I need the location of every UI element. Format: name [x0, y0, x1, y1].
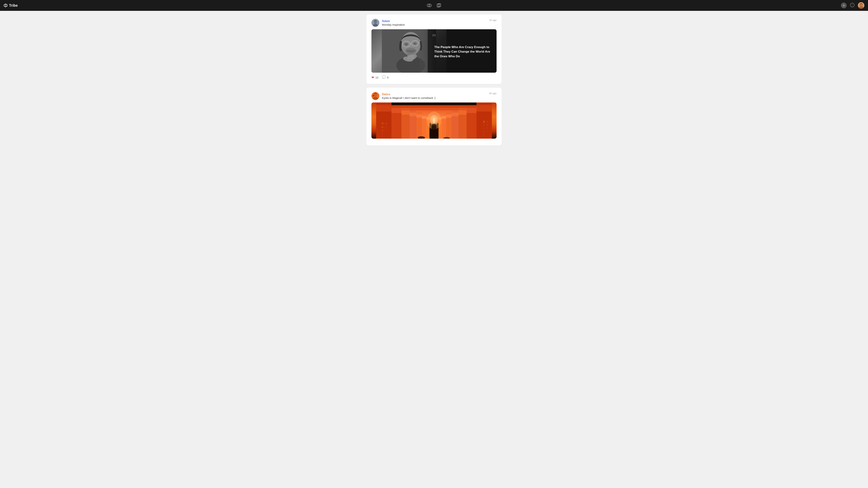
quote-image-container: " The People Who Are Crazy Enough to Thi…: [371, 29, 497, 73]
user-avatar[interactable]: [858, 2, 864, 9]
post-time: 2h ago: [489, 19, 497, 22]
svg-text:日: 日: [487, 130, 488, 132]
svg-text:?: ?: [851, 4, 852, 6]
heart-icon: ❤: [371, 75, 374, 79]
post-image: " The People Who Are Crazy Enough to Thi…: [371, 29, 497, 73]
author-avatar[interactable]: [371, 19, 379, 27]
quote-text: The People Who Are Crazy Enough to Think…: [434, 45, 492, 59]
help-button[interactable]: ?: [850, 3, 855, 8]
svg-point-85: [433, 118, 435, 123]
author-name[interactable]: Adam: [382, 20, 405, 23]
svg-point-27: [405, 43, 408, 46]
navbar-center-icons: [427, 3, 441, 7]
svg-text:七: 七: [483, 131, 485, 133]
post-card: Debra Kyoto is Magical! I don't want to …: [366, 88, 502, 145]
author-info: Adam Monday Inspiration: [382, 20, 405, 26]
svg-text:都: 都: [381, 126, 383, 128]
like-button[interactable]: ❤ 12: [371, 75, 378, 79]
svg-point-16: [374, 21, 377, 24]
author-avatar[interactable]: [371, 92, 379, 100]
navbar-right: ?: [841, 2, 864, 9]
svg-text:十: 十: [483, 128, 485, 130]
svg-text:二: 二: [483, 124, 485, 126]
svg-text:青: 青: [385, 126, 387, 128]
navbar: Tribe ?: [0, 0, 868, 11]
post-title: Kyoto is Magical! I don't want to comeba…: [382, 96, 435, 99]
kyoto-image: 市 都 港 区 南 青 山 成 二 十 七 年 六 月 吉 日: [371, 102, 497, 139]
svg-point-33: [382, 75, 385, 78]
post-card: Adam Monday Inspiration 2h ago: [366, 14, 502, 84]
author-info: Debra Kyoto is Magical! I don't want to …: [382, 93, 435, 99]
post-header: Adam Monday Inspiration 2h ago: [371, 19, 497, 27]
svg-text:年: 年: [483, 134, 485, 136]
brand-name: Tribe: [9, 3, 18, 8]
svg-text:山: 山: [385, 129, 386, 131]
author-row: Adam Monday Inspiration: [371, 19, 405, 27]
author-name[interactable]: Debra: [382, 93, 435, 96]
svg-point-35: [374, 94, 377, 97]
svg-text:成: 成: [483, 120, 485, 123]
svg-point-9: [843, 5, 844, 6]
post-title: Monday Inspiration: [382, 23, 405, 26]
quote-text-area: " The People Who Are Crazy Enough to Thi…: [428, 29, 497, 73]
post-header: Debra Kyoto is Magical! I don't want to …: [371, 92, 497, 100]
author-row: Debra Kyoto is Magical! I don't want to …: [371, 92, 435, 100]
svg-text:港: 港: [381, 129, 383, 131]
comment-button[interactable]: 3: [382, 75, 389, 80]
svg-text:区: 区: [381, 133, 383, 134]
svg-text:吉: 吉: [487, 127, 488, 129]
brand-logo-icon: [4, 3, 8, 7]
brand[interactable]: Tribe: [4, 3, 18, 8]
svg-text:市: 市: [381, 122, 383, 125]
svg-text:六: 六: [487, 121, 488, 123]
kyoto-image-container: 市 都 港 区 南 青 山 成 二 十 七 年 六 月 吉 日: [371, 102, 497, 139]
like-count: 12: [375, 76, 378, 79]
posts-icon[interactable]: [437, 3, 441, 7]
quote-mark-icon: ": [432, 33, 436, 42]
post-time: 8h ago: [489, 92, 497, 95]
svg-point-13: [860, 4, 862, 6]
svg-text:南: 南: [385, 123, 387, 125]
comment-count: 3: [387, 76, 389, 79]
svg-text:月: 月: [487, 124, 488, 126]
notifications-button[interactable]: [841, 3, 847, 8]
comment-icon: [382, 75, 386, 80]
connections-icon[interactable]: [427, 4, 432, 7]
feed: Adam Monday Inspiration 2h ago: [364, 11, 504, 153]
svg-point-28: [413, 42, 416, 45]
post-actions: ❤ 12 3: [371, 75, 497, 80]
